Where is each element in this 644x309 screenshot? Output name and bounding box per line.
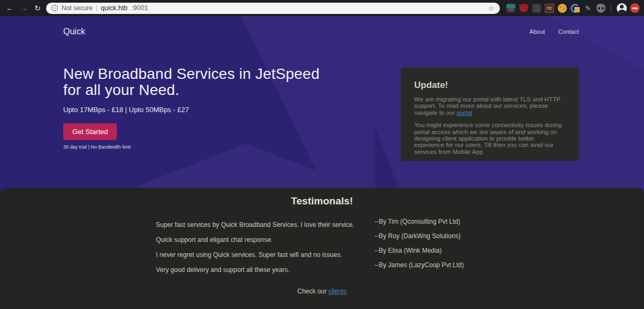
testimonial-quote: Very good delivery and support all these…: [156, 266, 375, 274]
clients-link[interactable]: clients: [328, 288, 347, 295]
page-title-line1: New Broadband Services in JetSpeed: [63, 65, 319, 82]
hero-section: Quick About Contact New Broadband Servic…: [0, 16, 644, 193]
testimonial-quote: I never regret using Quick services. Sup…: [156, 251, 375, 259]
clients-footer-text: Check our: [297, 288, 328, 295]
update-card: Update! We are migrating our portal with…: [401, 68, 579, 161]
toolbar-separator: [611, 4, 611, 12]
url-port: :9001: [131, 4, 148, 12]
browser-toolbar: ← → ↻ i Not secure quick.htb:9001 ☆ TC ✎: [0, 0, 644, 16]
back-icon[interactable]: ←: [4, 3, 15, 13]
testimonial-quotes: Super fast services by Quick Broadband S…: [156, 218, 375, 281]
update-card-paragraph-2: You might experience some connectivity i…: [414, 122, 566, 155]
nav-link-about[interactable]: About: [529, 28, 545, 35]
color-picker-extension-icon[interactable]: [571, 4, 580, 13]
update-card-paragraph-1: We are migrating our portal with latest …: [414, 96, 566, 116]
mask-extension-icon[interactable]: [506, 4, 515, 13]
url-host: quick.htb: [101, 4, 128, 12]
cookie-extension-icon[interactable]: [558, 4, 567, 13]
testimonials-section: Testimonals! Super fast services by Quic…: [0, 188, 644, 309]
portal-link[interactable]: portal: [456, 109, 472, 116]
testimonial-author: --By Tim (Qconsulting Pvt Ltd): [375, 218, 488, 225]
bookmark-star-icon[interactable]: ☆: [488, 4, 495, 12]
browser-menu-icon[interactable]: [630, 3, 640, 13]
testimonial-author: --By Roy (DarkWng Solutions): [375, 232, 488, 240]
dark-ring-extension-icon[interactable]: [532, 4, 541, 13]
testimonials-columns: Super fast services by Quick Broadband S…: [156, 218, 488, 281]
brand-link[interactable]: Quick: [63, 27, 85, 36]
testimonial-author: --By Elisa (Wink Media): [375, 247, 488, 254]
reload-icon[interactable]: ↻: [32, 3, 43, 13]
page-title-line2: for all your Need.: [63, 82, 179, 98]
tc-extension-icon[interactable]: TC: [545, 4, 554, 13]
omnibox-divider: [96, 5, 97, 12]
forward-icon[interactable]: →: [18, 3, 29, 13]
testimonial-quote: Super fast services by Quick Broadband S…: [156, 221, 375, 229]
testimonial-author: --By James (LazyCoop Pvt Ltd): [375, 261, 488, 269]
url-bar[interactable]: i Not secure quick.htb:9001 ☆: [46, 3, 500, 14]
testimonials-title: Testimonals!: [0, 188, 644, 207]
shield-extension-icon[interactable]: [519, 4, 528, 13]
get-started-button[interactable]: Get Started: [63, 123, 117, 140]
testimonial-authors: --By Tim (Qconsulting Pvt Ltd) --By Roy …: [375, 218, 488, 281]
top-navbar: Quick About Contact: [63, 16, 581, 36]
extensions-row: TC ✎: [506, 4, 605, 13]
pen-extension-icon[interactable]: ✎: [583, 4, 593, 13]
nav-link-contact[interactable]: Contact: [558, 28, 579, 35]
info-icon[interactable]: i: [51, 5, 58, 11]
clients-footer: Check our clients: [0, 288, 644, 295]
update-card-title: Update!: [414, 80, 566, 91]
security-label: Not secure: [62, 4, 93, 12]
nav-links: About Contact: [529, 28, 579, 35]
profile-avatar[interactable]: [617, 3, 627, 13]
update-card-paragraph-1-text: We are migrating our portal with latest …: [414, 96, 560, 116]
alien-extension-icon[interactable]: [596, 4, 605, 13]
testimonial-quote: Quick support and eligant chat response.: [156, 236, 375, 244]
